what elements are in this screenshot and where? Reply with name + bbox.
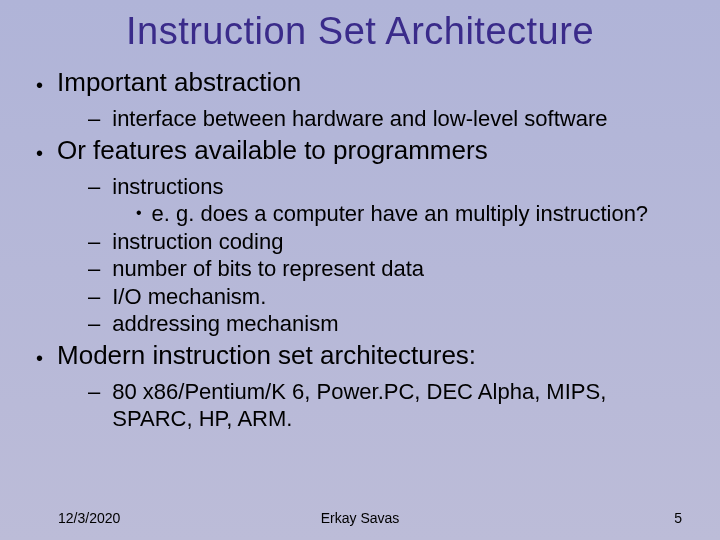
slide-footer: 12/3/2020 Erkay Savas 5 <box>0 510 720 526</box>
bullet-2-sub-1a: • e. g. does a computer have an multiply… <box>136 200 690 228</box>
dash-icon: – <box>88 105 100 133</box>
bullet-2-sub-4-text: I/O mechanism. <box>112 283 266 311</box>
dash-icon: – <box>88 255 100 283</box>
bullet-3-sub-1: – 80 x86/Pentium/K 6, Power.PC, DEC Alph… <box>88 378 690 433</box>
bullet-3-text: Modern instruction set architectures: <box>57 340 476 371</box>
bullet-dot-icon: • <box>136 200 142 226</box>
dash-icon: – <box>88 310 100 338</box>
bullet-2-sub-3: – number of bits to represent data <box>88 255 690 283</box>
footer-author: Erkay Savas <box>321 510 400 526</box>
bullet-2-sub-5: – addressing mechanism <box>88 310 690 338</box>
bullet-2-sub-1: – instructions <box>88 173 690 201</box>
bullet-1: • Important abstraction <box>30 67 690 103</box>
bullet-dot-icon: • <box>36 135 43 171</box>
footer-page: 5 <box>674 510 682 526</box>
slide-title: Instruction Set Architecture <box>30 10 690 53</box>
bullet-2: • Or features available to programmers <box>30 135 690 171</box>
footer-date: 12/3/2020 <box>58 510 120 526</box>
bullet-1-text: Important abstraction <box>57 67 301 98</box>
dash-icon: – <box>88 173 100 201</box>
bullet-2-sub-2-text: instruction coding <box>112 228 283 256</box>
bullet-3: • Modern instruction set architectures: <box>30 340 690 376</box>
bullet-3-sub-1-text: 80 x86/Pentium/K 6, Power.PC, DEC Alpha,… <box>112 378 680 433</box>
bullet-2-sub-4: – I/O mechanism. <box>88 283 690 311</box>
bullet-dot-icon: • <box>36 340 43 376</box>
bullet-1-sub-1-text: interface between hardware and low-level… <box>112 105 607 133</box>
dash-icon: – <box>88 228 100 256</box>
bullet-dot-icon: • <box>36 67 43 103</box>
bullet-2-sub-3-text: number of bits to represent data <box>112 255 424 283</box>
dash-icon: – <box>88 283 100 311</box>
dash-icon: – <box>88 378 100 406</box>
bullet-2-sub-1-text: instructions <box>112 173 223 201</box>
bullet-2-sub-2: – instruction coding <box>88 228 690 256</box>
bullet-2-sub-5-text: addressing mechanism <box>112 310 338 338</box>
bullet-2-text: Or features available to programmers <box>57 135 488 166</box>
bullet-2-sub-1a-text: e. g. does a computer have an multiply i… <box>152 200 649 228</box>
bullet-1-sub-1: – interface between hardware and low-lev… <box>88 105 690 133</box>
